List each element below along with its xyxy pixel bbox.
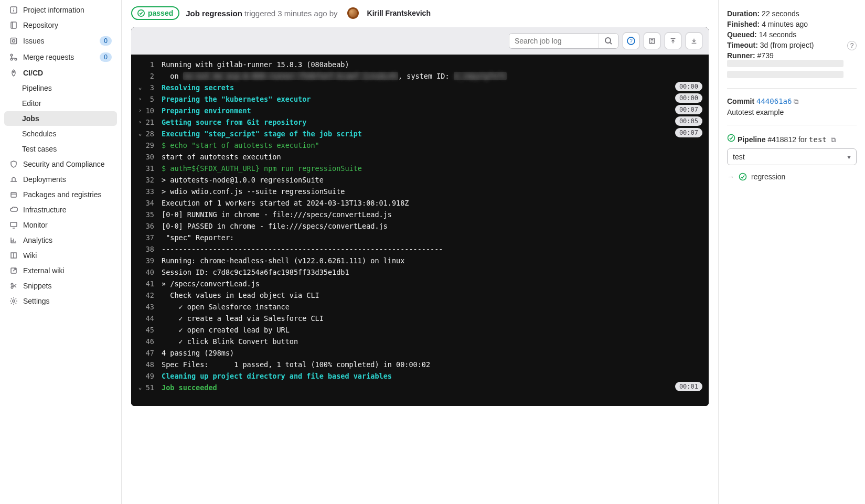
pipeline-number[interactable]: #418812 bbox=[767, 135, 796, 144]
timeout-help-icon[interactable]: ? bbox=[847, 41, 857, 50]
sidebar-item-label: Schedules bbox=[22, 130, 56, 138]
sidebar-subitem-editor[interactable]: Editor bbox=[4, 96, 117, 111]
right-sidebar: Duration: 22 seconds Finished: 4 minutes… bbox=[718, 0, 865, 504]
sidebar-item-project-information[interactable]: Project information bbox=[4, 3, 117, 17]
line-number[interactable]: 1 bbox=[144, 59, 162, 70]
commit-sha[interactable]: 444061a6 bbox=[756, 97, 792, 105]
line-number[interactable]: 10 bbox=[144, 105, 162, 116]
sidebar-item-analytics[interactable]: Analytics bbox=[4, 233, 117, 248]
line-number[interactable]: 37 bbox=[144, 232, 162, 243]
merge-icon bbox=[9, 53, 18, 61]
avatar[interactable] bbox=[347, 7, 359, 19]
status-badge[interactable]: passed bbox=[131, 6, 179, 20]
log-line: 29$ echo "start of autotests execution" bbox=[131, 140, 709, 151]
svg-point-21 bbox=[11, 283, 13, 285]
line-number[interactable]: 32 bbox=[144, 174, 162, 186]
line-number[interactable]: 48 bbox=[144, 359, 162, 370]
sidebar-item-monitor[interactable]: Monitor bbox=[4, 218, 117, 232]
sidebar-item-label: Packages and registries bbox=[23, 190, 101, 199]
download-raw-button[interactable] bbox=[644, 33, 660, 49]
line-number[interactable]: 2 bbox=[144, 70, 162, 82]
line-number[interactable]: 3 bbox=[144, 82, 162, 93]
sidebar-item-infrastructure[interactable]: Infrastructure bbox=[4, 202, 117, 217]
fold-toggle[interactable]: › bbox=[136, 116, 144, 128]
info-icon bbox=[9, 6, 18, 14]
related-job[interactable]: → regression bbox=[727, 173, 857, 181]
scroll-bottom-button[interactable] bbox=[686, 33, 702, 49]
sidebar-item-merge-requests[interactable]: Merge requests0 bbox=[4, 49, 117, 65]
log-line: 33> wdio wdio.conf.js --suite regression… bbox=[131, 186, 709, 197]
log-line: 37 "spec" Reporter: bbox=[131, 232, 709, 243]
job-label: Job bbox=[186, 9, 200, 18]
line-text: Preparing the "kubernetes" executor bbox=[162, 93, 703, 105]
sidebar-item-deployments[interactable]: Deployments bbox=[4, 172, 117, 187]
sidebar-subitem-pipelines[interactable]: Pipelines bbox=[4, 81, 117, 95]
timeout-value: 3d (from project) bbox=[760, 41, 814, 49]
line-number[interactable]: 47 bbox=[144, 347, 162, 359]
stage-select[interactable]: test ▾ bbox=[727, 148, 857, 165]
line-number[interactable]: 29 bbox=[144, 140, 162, 151]
line-number[interactable]: 28 bbox=[144, 128, 162, 140]
sidebar-item-label: Settings bbox=[23, 297, 50, 305]
search-input[interactable] bbox=[509, 34, 599, 48]
fold-toggle[interactable]: › bbox=[136, 105, 144, 116]
sidebar-subitem-test-cases[interactable]: Test cases bbox=[4, 142, 117, 156]
runner-row: Runner: #739 bbox=[727, 51, 857, 69]
line-number[interactable]: 42 bbox=[144, 289, 162, 301]
line-number[interactable]: 33 bbox=[144, 186, 162, 197]
line-text: ✓ create a lead via Salesforce CLI bbox=[162, 313, 703, 324]
sidebar-item-wiki[interactable]: Wiki bbox=[4, 248, 117, 263]
sidebar-subitem-jobs[interactable]: Jobs bbox=[4, 111, 117, 126]
line-number[interactable]: 40 bbox=[144, 266, 162, 278]
help-button[interactable]: ? bbox=[623, 33, 639, 49]
line-number[interactable]: 35 bbox=[144, 209, 162, 220]
sidebar-item-security-and-compliance[interactable]: Security and Compliance bbox=[4, 157, 117, 171]
line-number[interactable]: 39 bbox=[144, 255, 162, 266]
fold-toggle[interactable]: ⌄ bbox=[136, 128, 144, 140]
svg-point-22 bbox=[11, 286, 13, 288]
sidebar-item-label: Pipelines bbox=[22, 84, 52, 92]
svg-rect-3 bbox=[11, 22, 16, 28]
line-number[interactable]: 21 bbox=[144, 116, 162, 128]
sidebar-subitem-schedules[interactable]: Schedules bbox=[4, 126, 117, 141]
runner-label: Runner: bbox=[727, 51, 755, 60]
line-number[interactable]: 31 bbox=[144, 163, 162, 174]
scroll-top-button[interactable] bbox=[665, 33, 681, 49]
user-name[interactable]: Kirill Frantskevich bbox=[367, 9, 431, 17]
fold-toggle[interactable]: › bbox=[136, 93, 144, 105]
line-text: Check values in Lead object via CLI bbox=[162, 289, 703, 301]
sidebar-item-repository[interactable]: Repository bbox=[4, 18, 117, 33]
line-number[interactable]: 38 bbox=[144, 243, 162, 255]
line-number[interactable]: 49 bbox=[144, 370, 162, 382]
line-number[interactable]: 34 bbox=[144, 197, 162, 209]
sidebar-item-settings[interactable]: Settings bbox=[4, 294, 117, 308]
line-number[interactable]: 30 bbox=[144, 151, 162, 163]
search-button[interactable] bbox=[599, 34, 618, 48]
sidebar-item-issues[interactable]: Issues0 bbox=[4, 33, 117, 49]
fold-toggle[interactable]: ⌄ bbox=[136, 82, 144, 93]
sidebar-item-snippets[interactable]: Snippets bbox=[4, 278, 117, 293]
sidebar-item-ci-cd[interactable]: CI/CD bbox=[4, 66, 117, 80]
triggered-text: triggered 3 minutes ago by bbox=[244, 9, 338, 18]
log-toolbar: ? bbox=[131, 27, 709, 55]
line-number[interactable]: 44 bbox=[144, 313, 162, 324]
line-number[interactable]: 41 bbox=[144, 278, 162, 289]
sidebar-item-label: Snippets bbox=[23, 282, 51, 290]
svg-point-7 bbox=[10, 54, 13, 56]
line-number[interactable]: 36 bbox=[144, 220, 162, 232]
deploy-icon bbox=[9, 175, 18, 184]
line-number[interactable]: 51 bbox=[144, 382, 162, 393]
line-number[interactable]: 45 bbox=[144, 324, 162, 336]
section-timer: 00:00 bbox=[675, 93, 702, 103]
fold-toggle[interactable]: ⌄ bbox=[136, 382, 144, 393]
log-line: 1Running with gitlab-runner 15.8.3 (080a… bbox=[131, 59, 709, 70]
sidebar-item-external-wiki[interactable]: External wiki bbox=[4, 263, 117, 278]
line-number[interactable]: 5 bbox=[144, 93, 162, 105]
line-number[interactable]: 46 bbox=[144, 336, 162, 347]
line-text: Running: chrome-headless-shell (v122.0.6… bbox=[162, 255, 703, 266]
copy-sha-icon[interactable]: ⧉ bbox=[794, 98, 798, 105]
copy-branch-icon[interactable]: ⧉ bbox=[831, 136, 836, 144]
line-number[interactable]: 43 bbox=[144, 301, 162, 313]
pipeline-branch[interactable]: test bbox=[809, 135, 827, 144]
sidebar-item-packages-and-registries[interactable]: Packages and registries bbox=[4, 187, 117, 202]
